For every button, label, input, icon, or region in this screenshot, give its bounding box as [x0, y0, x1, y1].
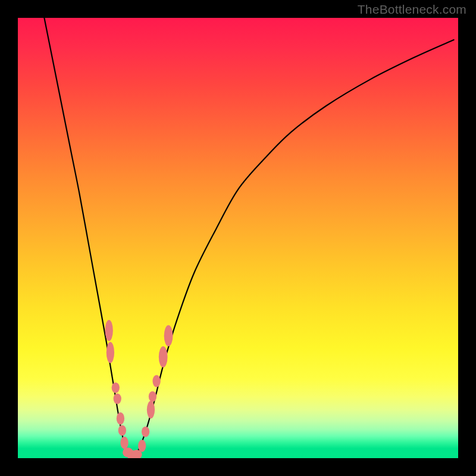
chart-svg [18, 18, 458, 458]
data-marker [142, 427, 149, 437]
data-marker [105, 320, 113, 342]
data-marker [159, 346, 168, 368]
chart-frame: TheBottleneck.com [0, 0, 476, 476]
data-marker [120, 437, 128, 449]
data-marker [147, 401, 155, 419]
data-marker [149, 392, 156, 402]
data-marker [114, 393, 121, 404]
marker-layer [105, 320, 173, 458]
curve-layer [44, 18, 453, 458]
plot-area [18, 18, 458, 458]
data-marker [107, 342, 114, 364]
data-marker [152, 375, 160, 387]
data-marker [117, 412, 124, 425]
data-marker [118, 425, 126, 436]
data-marker [112, 383, 120, 393]
data-marker [164, 325, 173, 347]
data-marker [138, 440, 146, 452]
bottleneck-curve [44, 18, 453, 458]
watermark-text: TheBottleneck.com [358, 2, 466, 17]
